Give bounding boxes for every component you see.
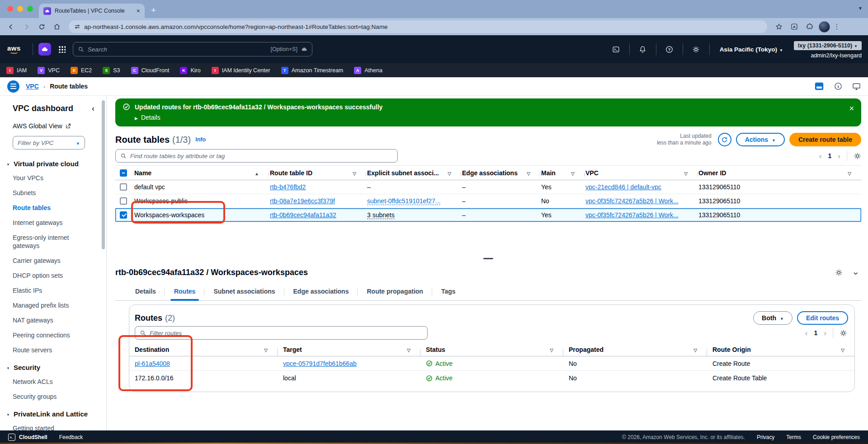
back-icon[interactable] (5, 20, 17, 33)
sidebar-item-managed-prefix-lists[interactable]: Managed prefix lists (13, 301, 89, 309)
route-table-id-link[interactable]: rtb-b476fbd2 (270, 183, 306, 191)
site-settings-icon[interactable] (74, 23, 80, 30)
aws-logo[interactable]: aws (7, 45, 21, 54)
address-bar[interactable]: ap-northeast-1.console.aws.amazon.com/vp… (69, 20, 767, 33)
close-window-button[interactable] (7, 6, 13, 12)
home-icon[interactable] (51, 20, 63, 33)
forward-icon[interactable] (20, 20, 33, 33)
window-controls[interactable] (7, 6, 33, 12)
bookmark-timestream[interactable]: TAmazon Timestream (281, 67, 344, 74)
sort-icon[interactable] (353, 169, 361, 177)
browser-tab[interactable]: RouteTables | VPC Console (39, 4, 145, 18)
subnet-link[interactable]: subnet-0ffdc519101ef27... (367, 197, 440, 205)
row-checkbox[interactable] (120, 211, 127, 219)
edit-routes-button[interactable]: Edit routes (797, 311, 848, 325)
close-tab-icon[interactable] (137, 7, 140, 14)
services-grid-icon[interactable] (58, 46, 66, 53)
notifications-bell-icon[interactable] (635, 46, 651, 53)
privacy-link[interactable]: Privacy (757, 434, 774, 440)
create-route-table-button[interactable]: Create route table (789, 133, 861, 146)
flash-details-toggle[interactable]: Details (135, 114, 854, 121)
filter-by-vpc-select[interactable]: Filter by VPC (13, 136, 85, 150)
table-row-selected[interactable]: Workspaces-workspaces rtb-0b69cec94afa11… (115, 208, 861, 222)
find-route-tables-input[interactable] (115, 149, 398, 163)
table-preferences-gear-icon[interactable] (854, 152, 861, 160)
sidebar-item-carrier-gateways[interactable]: Carrier gateways (13, 257, 89, 265)
collapse-panel-icon[interactable] (852, 268, 859, 276)
monitor-icon[interactable] (852, 82, 861, 91)
zoom-window-button[interactable] (27, 6, 33, 12)
new-tab-button[interactable] (151, 5, 156, 15)
sort-asc-icon[interactable] (255, 169, 264, 177)
url-text[interactable]: ap-northeast-1.console.aws.amazon.com/vp… (84, 23, 388, 30)
route-table-id-link[interactable]: rtb-08a7e19e6cc3f379f (270, 197, 335, 205)
sort-icon[interactable] (264, 346, 272, 353)
previous-page-icon[interactable]: ‹ (819, 152, 822, 160)
browser-menu-icon[interactable] (833, 23, 841, 31)
info-icon[interactable] (834, 82, 842, 90)
account-menu[interactable]: lxy (1331-2906-5110) (794, 41, 862, 50)
sort-icon[interactable] (571, 169, 579, 177)
extensions-icon[interactable] (803, 20, 816, 33)
sort-icon[interactable] (684, 169, 692, 177)
sort-icon[interactable] (527, 169, 535, 177)
current-page[interactable]: 1 (828, 152, 832, 159)
console-search-input[interactable] (88, 46, 267, 53)
sidebar-item-internet-gateways[interactable]: Internet gateways (13, 219, 89, 227)
sidebar-item-route-servers[interactable]: Route servers (13, 346, 89, 354)
sort-icon[interactable] (848, 169, 856, 177)
sort-icon[interactable] (407, 346, 415, 353)
tab-details[interactable]: Details (126, 288, 165, 300)
table-row[interactable]: Workspaces-public rtb-08a7e19e6cc3f379f … (115, 194, 861, 208)
sidebar-item-egress-only-internet-gateways[interactable]: Egress-only internet gateways (13, 234, 89, 250)
sidebar-item-security-groups[interactable]: Security groups (13, 393, 89, 401)
previous-page-icon[interactable]: ‹ (805, 329, 808, 337)
sidebar-item-nat-gateways[interactable]: NAT gateways (13, 316, 89, 324)
sidebar-item-subnets[interactable]: Subnets (13, 189, 89, 197)
bookmark-kiro[interactable]: KKiro (180, 67, 200, 74)
target-link[interactable]: vpce-05791d7feb61b66ab (283, 360, 357, 367)
current-page[interactable]: 1 (814, 329, 818, 337)
side-nav-toggle-icon[interactable] (7, 80, 19, 93)
cloudshell-icon[interactable] (609, 46, 624, 53)
cloudshell-footer-button[interactable]: >_ CloudShell (8, 434, 47, 441)
tab-subnet-associations[interactable]: Subnet associations (204, 288, 284, 300)
route-table-id-link[interactable]: rtb-0b69cec94afa11a32 (270, 211, 336, 219)
feedback-link[interactable]: Feedback (59, 434, 83, 440)
bookmark-iam-identity-center[interactable]: IIAM Identity Center (212, 67, 270, 74)
panel-preferences-gear-icon[interactable] (835, 269, 843, 276)
split-panel-toggle-icon[interactable] (814, 81, 824, 91)
bookmark-ec2[interactable]: EEC2 (71, 67, 92, 74)
next-page-icon[interactable]: › (838, 152, 840, 160)
collapse-sidebar-icon[interactable] (92, 104, 94, 113)
sidebar-section-privatelink[interactable]: PrivateLink and Lattice (6, 410, 106, 418)
vpc-link[interactable]: vpc-21ecd846 | default-vpc (585, 183, 661, 191)
browser-profile-avatar[interactable] (819, 21, 830, 33)
row-checkbox[interactable] (120, 197, 127, 205)
tab-search-icon[interactable] (859, 5, 862, 11)
cookie-preferences-link[interactable]: Cookie preferences (813, 434, 860, 440)
bookmark-s3[interactable]: SS3 (103, 67, 120, 74)
bookmark-iam[interactable]: IIAM (6, 67, 27, 74)
vpc-link[interactable]: vpc-0f35fc724267a5b26 | Work... (585, 197, 679, 205)
bookmark-star-icon[interactable] (773, 20, 785, 33)
info-link[interactable]: Info (195, 136, 206, 143)
sort-icon[interactable] (550, 346, 558, 353)
table-row[interactable]: default vpc rtb-b476fbd2 – – Yes vpc-21e… (115, 180, 861, 194)
bookmark-cloudfront[interactable]: CCloudFront (131, 67, 170, 74)
split-panel-drag-handle[interactable] (115, 255, 861, 262)
select-all-checkbox[interactable] (120, 169, 127, 177)
minimize-window-button[interactable] (17, 6, 23, 12)
tab-route-propagation[interactable]: Route propagation (358, 288, 432, 300)
actions-button[interactable]: Actions (736, 133, 785, 146)
dismiss-flash-icon[interactable] (849, 104, 854, 113)
reload-icon[interactable] (35, 20, 48, 33)
sort-icon[interactable] (448, 169, 456, 177)
bookmark-vpc[interactable]: VVPC (38, 67, 60, 74)
subnets-popover-trigger[interactable]: 3 subnets (367, 211, 395, 219)
refresh-button[interactable] (718, 133, 731, 146)
vpc-service-icon[interactable] (38, 43, 51, 56)
console-search[interactable]: [Option+S] (73, 42, 312, 56)
tab-edge-associations[interactable]: Edge associations (284, 288, 358, 300)
translate-icon[interactable] (788, 20, 801, 33)
